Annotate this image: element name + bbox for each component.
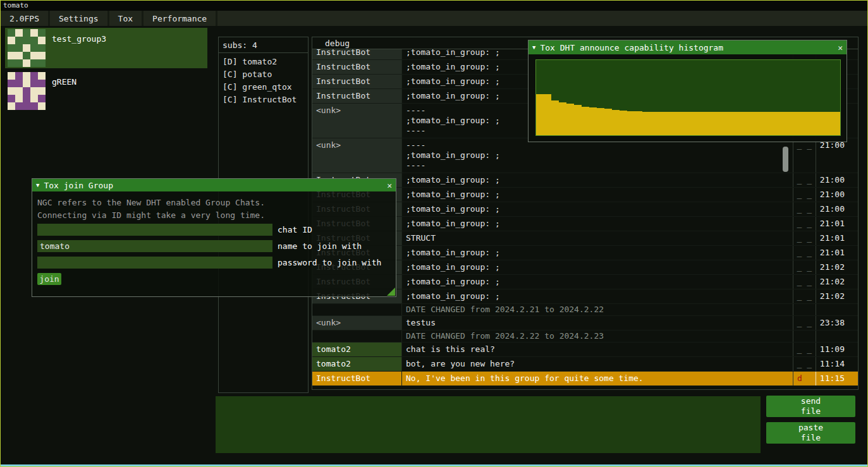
row-spacer	[847, 357, 858, 371]
row-spacer	[847, 316, 858, 330]
collapse-icon[interactable]: ▼	[532, 44, 535, 51]
send-file-button[interactable]: send file	[766, 396, 855, 417]
timestamp: 21:01	[816, 231, 847, 245]
row-spacer	[847, 231, 858, 245]
menu-settings[interactable]: Settings	[50, 11, 109, 26]
message-text: testus	[401, 316, 793, 330]
subs-item-tomato2[interactable]: [D] tomato2	[219, 56, 308, 68]
histogram-bar	[711, 112, 719, 135]
timestamp: 21:00	[816, 138, 847, 173]
sender-name: InstructBot	[312, 89, 401, 103]
menu-tox[interactable]: Tox	[109, 11, 144, 26]
delivery-status	[793, 331, 816, 342]
message-text: ;tomato_in_group: ;	[401, 289, 793, 303]
subs-item-green_qtox[interactable]: [C] green_qtox	[219, 81, 308, 94]
subs-item-potato[interactable]: [C] potato	[219, 68, 308, 81]
histogram-bar	[589, 107, 597, 135]
message-text: DATE CHANGED from 2024.2.22 to 2024.2.23	[401, 331, 793, 342]
chat-row[interactable]: <unk>testus_ _23:38	[312, 316, 858, 331]
collapse-icon[interactable]: ▼	[36, 182, 39, 188]
row-spacer	[847, 343, 858, 356]
sender-name	[312, 304, 401, 315]
paste-file-label-line1: paste	[798, 423, 823, 433]
histogram-bar	[650, 112, 657, 135]
join-group-window: ▼ Tox join Group ✕ NGC refers to the New…	[32, 178, 396, 297]
histogram-window-titlebar[interactable]: ▼ Tox DHT announce capability histogram …	[529, 40, 847, 54]
row-spacer	[847, 217, 858, 231]
sender-name: InstructBot	[312, 49, 401, 59]
histogram-bar	[719, 112, 726, 135]
histogram-bar	[802, 112, 810, 135]
row-spacer	[847, 372, 858, 385]
row-spacer	[847, 275, 858, 289]
histogram-bar	[658, 112, 666, 135]
chat-row[interactable]: tomato2bot, are you new here?_ _11:14	[312, 357, 858, 372]
histogram-bar	[833, 112, 840, 135]
sender-name: <unk>	[312, 104, 401, 138]
message-text: No, I've been in this group for quite so…	[401, 372, 793, 385]
join-button[interactable]: join	[37, 273, 61, 285]
chat-scrollbar-thumb[interactable]	[783, 147, 788, 172]
group-avatar	[8, 72, 46, 110]
histogram-bar	[817, 112, 825, 135]
message-text: ;tomato_in_group: ;	[401, 173, 793, 187]
message-text: ;tomato_in_group: ;	[401, 260, 793, 274]
histogram-bar	[559, 102, 566, 135]
menu-performance[interactable]: Performance	[144, 11, 217, 26]
histogram-bar	[620, 111, 627, 135]
join-window-titlebar[interactable]: ▼ Tox join Group ✕	[32, 179, 396, 191]
join-name-input[interactable]	[37, 240, 272, 252]
chat-id-input[interactable]	[37, 224, 272, 236]
join-password-field-row: password to join with	[37, 257, 391, 269]
timestamp: 21:02	[816, 289, 847, 303]
resize-grip[interactable]	[387, 288, 395, 296]
delivery-status: _ _	[793, 202, 816, 216]
row-spacer	[847, 304, 858, 315]
join-info-line-1: NGC refers to the New DHT enabled Group …	[37, 197, 391, 209]
subs-item-instructbot[interactable]: [C] InstructBot	[219, 94, 308, 106]
histogram-bar	[666, 112, 673, 135]
menubar: 2.0FPS Settings Tox Performance	[1, 11, 867, 26]
timestamp: 21:02	[816, 260, 847, 274]
close-icon[interactable]: ✕	[387, 181, 392, 190]
delivery-status	[793, 304, 816, 315]
close-icon[interactable]: ✕	[838, 43, 843, 52]
group-item-green[interactable]: gREEN	[5, 71, 207, 111]
chat-row[interactable]: <unk>----;tomato_in_group: ;----_ _21:00	[312, 138, 858, 173]
paste-file-button[interactable]: paste file	[766, 422, 855, 444]
row-spacer	[847, 331, 858, 342]
delivery-status: _ _	[793, 138, 816, 173]
group-item-test_group3[interactable]: test_group3	[5, 28, 207, 68]
chat-row[interactable]: DATE CHANGED from 2024.2.21 to 2024.2.22	[312, 304, 858, 316]
os-titlebar[interactable]: tomato	[1, 1, 867, 11]
join-password-input[interactable]	[37, 257, 272, 269]
tab-debug[interactable]: debug	[325, 39, 350, 48]
sender-name: tomato2	[312, 357, 401, 371]
histogram-bar	[604, 109, 612, 135]
message-text: ;tomato_in_group: ;	[401, 275, 793, 289]
chat-id-field-row: chat ID	[37, 224, 391, 236]
chat-row[interactable]: DATE CHANGED from 2024.2.22 to 2024.2.23	[312, 331, 858, 343]
chat-row[interactable]: tomato2chat is this real?_ _11:09	[312, 343, 858, 357]
sender-name: InstructBot	[312, 372, 401, 385]
row-spacer	[847, 60, 858, 74]
histogram-bar	[544, 94, 551, 135]
timestamp: 11:14	[816, 357, 847, 371]
subs-count: subs: 4	[219, 37, 308, 53]
row-spacer	[847, 138, 858, 173]
message-text: ;tomato_in_group: ;	[401, 217, 793, 231]
histogram-bar	[749, 112, 757, 135]
delivery-status: _ _	[793, 246, 816, 260]
chat-input[interactable]	[216, 396, 761, 453]
sender-name: <unk>	[312, 138, 401, 173]
sender-name	[312, 331, 401, 342]
histogram-bar	[612, 110, 620, 135]
timestamp	[816, 304, 847, 315]
histogram-bar	[597, 108, 604, 135]
histogram-bar	[566, 104, 574, 135]
chat-row[interactable]: InstructBotNo, I've been in this group f…	[312, 372, 858, 386]
message-text: STRUCT	[401, 231, 793, 245]
delivery-status: d	[793, 372, 816, 385]
fps-counter: 2.0FPS	[1, 11, 50, 26]
delivery-status: _ _	[793, 188, 816, 202]
